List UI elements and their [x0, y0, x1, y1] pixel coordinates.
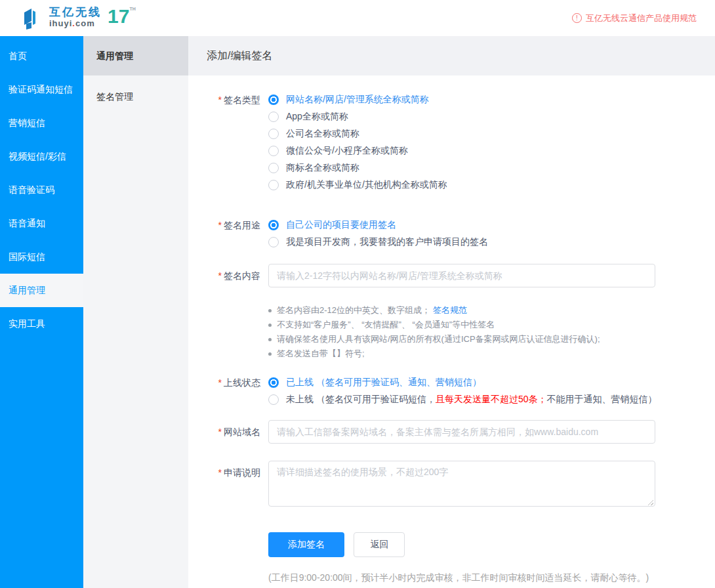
type-option-label: App全称或简称 [286, 111, 348, 123]
radio-checked-icon[interactable] [268, 94, 279, 105]
radio-icon[interactable] [268, 112, 279, 122]
secondary-sidebar: 通用管理 签名管理 [83, 36, 188, 588]
type-option-trademark[interactable]: 商标名全称或简称 [268, 159, 447, 177]
info-circle-icon: ! [572, 13, 582, 23]
sidebar-item-voice-notify[interactable]: 语音通知 [0, 207, 83, 240]
status-option-offline[interactable]: 未上线 （签名仅可用于验证码短信，且每天发送量不超过50条；不能用于通知、营销短… [268, 391, 657, 408]
radio-icon[interactable] [268, 129, 279, 139]
page-title: 添加/编辑签名 [188, 36, 715, 75]
status-offline-limit-warning: 且每天发送量不超过50条； [436, 394, 547, 404]
type-option-app[interactable]: App全称或简称 [268, 108, 447, 125]
signature-notes: 签名内容由2-12位的中英文、数字组成； 签名规范 不支持如“客户服务”、 “友… [268, 303, 600, 361]
usage-policy-link[interactable]: ! 互亿无线云通信产品使用规范 [572, 12, 697, 24]
status-offline-post: 不能用于通知、营销短信） [546, 394, 657, 404]
bullet-icon [268, 338, 272, 341]
type-option-label: 微信公众号/小程序全称或简称 [286, 145, 408, 157]
signature-type-label-text: 签名类型 [224, 94, 260, 105]
signature-content-label-text: 签名内容 [224, 270, 260, 281]
logo-cube-icon [22, 7, 45, 30]
sidebar-item-tools[interactable]: 实用工具 [0, 307, 83, 341]
required-asterisk: * [218, 377, 222, 388]
radio-checked-icon[interactable] [268, 220, 279, 230]
type-option-wechat[interactable]: 微信公众号/小程序全称或简称 [268, 142, 447, 159]
bullet-icon [268, 352, 272, 356]
sidebar-item-home[interactable]: 首页 [0, 39, 83, 73]
bullet-icon [268, 309, 272, 312]
primary-sidebar: 首页 验证码通知短信 营销短信 视频短信/彩信 语音验证码 语音通知 国际短信 … [0, 36, 83, 588]
logo-en-post: com [75, 18, 95, 28]
sidebar-item-verify-sms[interactable]: 验证码通知短信 [0, 73, 83, 106]
add-signature-button[interactable]: 添加签名 [268, 532, 344, 557]
usage-policy-label: 互亿无线云通信产品使用规范 [586, 12, 697, 24]
type-option-label: 公司名全称或简称 [286, 128, 359, 140]
topbar: 互亿无线 ihuyi.com 17TH ! 互亿无线云通信产品使用规范 [0, 0, 715, 36]
note-item: 不支持如“客户服务”、 “友情提醒”、 “会员通知”等中性签名 [268, 318, 600, 332]
usage-option-label: 我是项目开发商，我要替我的客户申请项目的签名 [286, 236, 488, 248]
sidebar-item-general-mgmt[interactable]: 通用管理 [0, 274, 83, 307]
type-option-government[interactable]: 政府/机关事业单位/其他机构全称或简称 [268, 177, 447, 194]
submenu-item-signature-mgmt[interactable]: 签名管理 [83, 83, 188, 110]
note-text: 签名发送自带【】符号; [277, 346, 365, 361]
application-description-label-text: 申请说明 [224, 467, 260, 478]
signature-notes-row: 签名内容由2-12位的中英文、数字组成； 签名规范 不支持如“客户服务”、 “友… [196, 303, 715, 361]
logo[interactable]: 互亿无线 ihuyi.com 17TH [22, 7, 136, 30]
note-item: 请确保签名使用人具有该网站/网店的所有权(通过ICP备案网或网店认证信息进行确认… [268, 332, 600, 346]
sidebar-item-marketing-sms[interactable]: 营销短信 [0, 106, 83, 140]
website-domain-input[interactable] [268, 420, 655, 444]
type-option-label: 网站名称/网店/管理系统全称或简称 [286, 94, 429, 106]
usage-option-own[interactable]: 自己公司的项目要使用签名 [268, 217, 488, 234]
logo-anniversary-sup: TH [129, 7, 135, 11]
sidebar-item-video-mms[interactable]: 视频短信/彩信 [0, 140, 83, 173]
signature-usage-options: 自己公司的项目要使用签名 我是项目开发商，我要替我的客户申请项目的签名 [268, 217, 488, 251]
signature-usage-label-text: 签名用途 [224, 220, 260, 230]
required-asterisk: * [218, 270, 222, 281]
review-footnote-row: (工作日9:00-20:00间，预计半小时内完成审核，非工作时间审核时间适当延长… [196, 572, 715, 584]
status-option-online[interactable]: 已上线 （签名可用于验证码、通知、营销短信） [268, 374, 657, 391]
application-description-field [268, 461, 655, 509]
radio-icon[interactable] [268, 180, 279, 190]
required-asterisk: * [218, 467, 222, 478]
sidebar-item-intl-sms[interactable]: 国际短信 [0, 240, 83, 274]
website-domain-field [268, 420, 655, 444]
signature-content-row: *签名内容 [196, 264, 715, 287]
back-button[interactable]: 返回 [354, 532, 405, 557]
form-actions: 添加签名 返回 [268, 532, 405, 557]
signature-rules-link[interactable]: 签名规范 [433, 303, 467, 318]
required-asterisk: * [218, 220, 222, 230]
usage-option-developer[interactable]: 我是项目开发商，我要替我的客户申请项目的签名 [268, 234, 488, 251]
type-option-website[interactable]: 网站名称/网店/管理系统全称或简称 [268, 91, 447, 108]
radio-icon[interactable] [268, 146, 279, 156]
main-content: 添加/编辑签名 *签名类型 网站名称/网店/管理系统全称或简称 App全称或简称… [188, 36, 715, 588]
form-actions-row: 添加签名 返回 [196, 532, 715, 557]
radio-icon[interactable] [268, 237, 279, 247]
type-option-label: 商标名全称或简称 [286, 162, 359, 174]
radio-icon[interactable] [268, 394, 279, 405]
note-item: 签名发送自带【】符号; [268, 346, 600, 361]
website-domain-row: *网站域名 [196, 420, 715, 444]
website-domain-label-text: 网站域名 [224, 427, 260, 437]
signature-content-input[interactable] [268, 264, 655, 287]
signature-type-options: 网站名称/网店/管理系统全称或简称 App全称或简称 公司名全称或简称 微信公众… [268, 91, 447, 194]
status-offline-label: 未上线 （签名仅可用于验证码短信，且每天发送量不超过50条；不能用于通知、营销短… [286, 394, 657, 406]
signature-form: *签名类型 网站名称/网店/管理系统全称或简称 App全称或简称 公司名全称或简… [188, 75, 715, 584]
signature-usage-row: *签名用途 自己公司的项目要使用签名 我是项目开发商，我要替我的客户申请项目的签… [196, 217, 715, 251]
signature-content-label: *签名内容 [196, 264, 260, 287]
review-footnote: (工作日9:00-20:00间，预计半小时内完成审核，非工作时间审核时间适当延长… [268, 572, 649, 584]
status-online-label: 已上线 （签名可用于验证码、通知、营销短信） [286, 377, 481, 388]
logo-en: ihuyi.com [49, 19, 102, 28]
online-status-label-text: 上线状态 [224, 377, 260, 388]
logo-anniversary: 17TH [108, 7, 136, 26]
required-asterisk: * [218, 94, 222, 105]
usage-option-label: 自己公司的项目要使用签名 [286, 219, 396, 231]
application-description-textarea[interactable] [268, 461, 655, 507]
logo-anniversary-number: 17 [108, 5, 129, 27]
application-description-row: *申请说明 [196, 461, 715, 509]
signature-usage-label: *签名用途 [196, 217, 260, 234]
radio-checked-icon[interactable] [268, 377, 279, 388]
sidebar-item-voice-code[interactable]: 语音验证码 [0, 173, 83, 207]
application-description-label: *申请说明 [196, 461, 260, 484]
logo-en-pre: ihuyi [49, 18, 72, 28]
required-asterisk: * [218, 427, 222, 437]
radio-icon[interactable] [268, 163, 279, 173]
type-option-company[interactable]: 公司名全称或简称 [268, 125, 447, 142]
